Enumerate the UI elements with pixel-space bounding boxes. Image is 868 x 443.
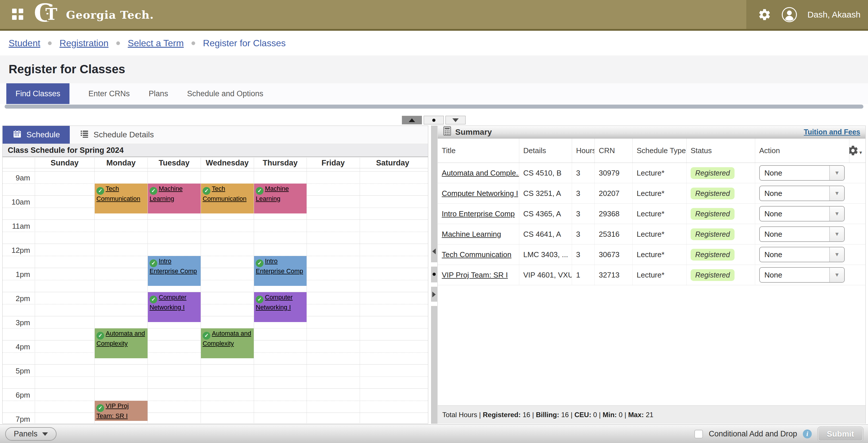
calendar-event-machine-learning[interactable]: ✓Machine Learning [148,184,200,213]
footer-stat-value: 0 | [591,411,603,419]
half-hour-line [3,232,428,232]
footer-stat-label: CEU: [575,411,591,419]
registered-check-icon: ✓ [150,259,157,267]
action-select[interactable]: None▼ [759,206,845,222]
cell-hours: 3 [572,224,595,244]
calendar-event-automata-and-complexity[interactable]: ✓Automata and Complexity [95,328,148,358]
calendar-event-vip-proj-team-sr-i[interactable]: ✓VIP Proj Team: SR I [95,401,148,421]
panel-expand-down-button[interactable] [445,116,466,124]
info-icon[interactable]: i [803,430,812,438]
tuition-and-fees-link[interactable]: Tuition and Fees [804,128,860,136]
course-title-link[interactable]: VIP Proj Team: SR I [442,271,508,279]
cell-status: Registered [687,244,755,265]
breadcrumb-item-select-a-term[interactable]: Select a Term [128,38,184,49]
calendar-event-automata-and-complexity[interactable]: ✓Automata and Complexity [201,328,254,358]
panels-button[interactable]: Panels [5,427,57,441]
half-hour-line [3,401,428,401]
course-title-link[interactable]: Computer Networking I [442,189,518,198]
breadcrumb-item-registration[interactable]: Registration [59,38,108,49]
table-gear-icon[interactable]: ▾ [849,145,862,156]
cell-schedule-type: Lecture* [632,224,687,244]
half-hour-line [3,256,428,256]
submit-button[interactable]: Submit [817,426,863,442]
footer-stat-label: Min: [602,411,617,419]
footer-stat-label: Registered: [483,411,521,419]
status-badge: Registered [691,187,735,199]
hour-line [3,292,428,292]
registered-check-icon: ✓ [96,404,104,412]
tab-enter-crns[interactable]: Enter CRNs [88,83,130,104]
half-hour-line [3,304,428,304]
calendar-event-machine-learning[interactable]: ✓Machine Learning [254,184,307,213]
conditional-add-drop-checkbox[interactable] [694,430,703,438]
tab-schedule-details-label: Schedule Details [94,130,154,139]
page-title-bar: Register for Classes [0,55,868,83]
action-select-value: None [764,169,782,178]
course-title-link[interactable]: Tech Communication [442,250,512,259]
action-select[interactable]: None▼ [759,226,845,242]
table-row-machine-learning: Machine LearningCS 4641, A325316Lecture*… [438,224,865,244]
registered-check-icon: ✓ [203,187,210,195]
event-title: Automata and Complexity [96,330,145,347]
calendar-event-tech-communication[interactable]: ✓Tech Communication [95,184,148,213]
action-select[interactable]: None▼ [759,185,845,201]
time-label-2pm: 2pm [3,294,30,303]
action-select[interactable]: None▼ [759,247,845,262]
breadcrumb-separator [191,41,195,45]
table-row-automata-and-comple: Automata and Comple...CS 4510, B330979Le… [438,163,865,183]
calendar-grid: 9am10am11am12pm1pm2pm3pm4pm5pm6pm7pm✓Tec… [3,171,428,423]
conditional-add-drop-label: Conditional Add and Drop [709,430,797,438]
time-label-4pm: 4pm [3,343,30,351]
course-title-link[interactable]: Automata and Comple... [442,169,519,178]
cell-schedule-type: Lecture* [632,204,687,224]
panel-expand-up-button[interactable] [402,116,422,124]
georgia-tech-logo[interactable]: G TT Georgia Tech. [34,3,154,26]
tab-schedule-and-options[interactable]: Schedule and Options [187,83,264,104]
tab-schedule-details[interactable]: Schedule Details [70,126,164,144]
summary-table-body: Automata and Comple...CS 4510, B330979Le… [438,163,865,285]
panel-divider[interactable] [431,125,437,424]
panel-reset-button[interactable] [424,116,444,124]
cell-details: CS 4641, A [519,224,572,244]
cell-hours: 3 [572,244,595,265]
select-dropdown-icon: ▼ [829,268,844,282]
user-avatar-icon[interactable] [782,7,797,22]
calendar-event-intro-enterprise-comp[interactable]: ✓Intro Enterprise Comp [254,256,307,286]
cell-status: Registered [687,265,755,285]
horizontal-scrollbar[interactable] [5,105,863,109]
course-title-link[interactable]: Machine Learning [442,230,501,239]
breadcrumb-item-student[interactable]: Student [9,38,40,49]
column-header-crn: CRN [595,139,632,163]
calendar-event-tech-communication[interactable]: ✓Tech Communication [201,184,254,213]
action-select[interactable]: None▼ [759,165,845,181]
calendar-event-intro-enterprise-comp[interactable]: ✓Intro Enterprise Comp [148,256,200,286]
cell-schedule-type: Lecture* [632,163,687,183]
collapse-right-icon[interactable] [432,292,436,297]
event-title: Intro Enterprise Comp [256,258,303,275]
calendar-event-computer-networking-i[interactable]: ✓Computer Networking I [148,292,200,322]
collapse-left-icon[interactable] [432,248,436,254]
tab-schedule[interactable]: Schedule [3,126,70,144]
cell-schedule-type: Lecture* [632,265,687,285]
divider-reset-icon[interactable] [433,273,436,276]
course-title-link[interactable]: Intro Enterprise Comp [442,209,515,218]
app-menu-icon[interactable] [12,9,24,20]
chevron-down-icon [42,432,48,436]
institution-wordmark: Georgia Tech. [66,8,154,21]
calendar-event-computer-networking-i[interactable]: ✓Computer Networking I [254,292,307,322]
footer-stat-label: Billing: [536,411,559,419]
page-title: Register for Classes [0,55,868,76]
breadcrumb-item-register-for-classes[interactable]: Register for Classes [203,38,286,49]
settings-gear-icon[interactable] [758,8,771,21]
action-select[interactable]: None▼ [759,267,845,283]
registered-check-icon: ✓ [256,259,264,267]
table-row-computer-networking-i: Computer Networking ICS 3251, A320207Lec… [438,183,865,204]
user-name[interactable]: Dash, Akaash [807,10,861,20]
tab-plans[interactable]: Plans [149,83,168,104]
status-badge: Registered [691,228,735,240]
table-row-vip-proj-team-sr-i: VIP Proj Team: SR IVIP 4601, VXU132713Le… [438,265,865,285]
registered-check-icon: ✓ [96,332,104,339]
table-row-tech-communication: Tech CommunicationLMC 3403, ...330673Lec… [438,244,865,265]
summary-table-icon [443,126,452,138]
tab-find-classes[interactable]: Find Classes [6,83,69,104]
